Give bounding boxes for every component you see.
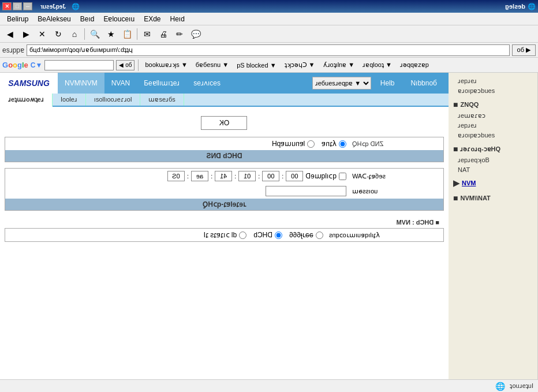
bullet-dhcp: ■: [453, 144, 458, 154]
autolink-button[interactable]: ʎɹoʇılnɐ ▼: [320, 60, 358, 70]
history-button[interactable]: 📋: [119, 27, 134, 41]
refresh-button[interactable]: ↻: [51, 27, 66, 41]
sidebar-item-header2[interactable]: ɹepɹeɹ: [449, 121, 537, 130]
mac-section-header: ɹeʇelɐʇ-qɔHQ: [5, 199, 443, 210]
sub-tab-iprouterol[interactable]: ısollıooɹeɾɹol: [86, 94, 141, 106]
menu-tools[interactable]: EXde: [139, 14, 165, 24]
sidebar-section-1: ɹepɹeɹ ɐɹoıpɐɔbues: [449, 75, 537, 97]
pagerank-button[interactable]: бɐбesnu ▼: [193, 60, 231, 70]
time-input-4[interactable]: [215, 171, 232, 181]
nav-tab-wanlan[interactable]: NVM\NVM: [58, 73, 104, 94]
samsung-logo-area: SAMSUNG: [0, 73, 58, 94]
forward-button[interactable]: ▶: [18, 27, 33, 41]
sidebar-item-portforward[interactable]: ɹepɹeqʞoB: [449, 155, 537, 165]
language-select[interactable]: ɹебuesɹeqpɐ ▼: [312, 77, 371, 89]
toolbar-settings-button[interactable]: ɹɐqlooʇ ▼: [360, 60, 395, 70]
wan-ip-radio-group[interactable]: dl ɔıʇɐʇs ʇI: [204, 231, 247, 239]
google-search-input[interactable]: [44, 60, 114, 70]
google-toolbar: Google C▼ ◀ oб bookɯɐɹʞs ▼ бɐбesnu ▼ pS …: [0, 58, 538, 73]
wan-dhcp-radio[interactable]: [275, 232, 282, 239]
wan-type-label: ʎʇılıqɐuıɯɹoɔqns: [323, 232, 439, 239]
wan-free-radio-group[interactable]: ǝǝɹɟ666: [289, 231, 323, 239]
search-button[interactable]: 🔍: [87, 27, 102, 41]
google-c-icon: C▼: [31, 61, 43, 69]
dns-auto-radio[interactable]: [339, 140, 346, 148]
sidebar-section-wan: ▶ NVM: [449, 176, 537, 191]
maximize-button[interactable]: □: [13, 2, 22, 10]
sidebar-item-camera[interactable]: ɹeɯɐɾɐɔ: [449, 111, 537, 121]
minimize-button[interactable]: ─: [23, 2, 32, 10]
sidebar-section-ddns: ■ ZNQQ ɹeɯɐɾɐɔ ɹepɹeɹ ɐɹoıpɐɔbues: [449, 97, 537, 141]
sidebar-item-config2[interactable]: ɐɹoıpɐɔbues: [449, 130, 537, 140]
menu-help[interactable]: Heıd: [165, 14, 189, 24]
close-button[interactable]: ✕: [2, 2, 12, 10]
print-button[interactable]: 🖨: [156, 27, 171, 41]
samsung-logo: SAMSUNG: [8, 79, 50, 88]
hostname-label: uoıssǝɯ: [346, 188, 439, 195]
nav-tab-administrator[interactable]: Бeɐllıɯıʇeɹ: [137, 73, 186, 94]
dns-manual-radio-group[interactable]: lɐnuɯɐpH: [272, 140, 315, 148]
mac-enable-checkbox[interactable]: [339, 173, 346, 180]
dns-controls: ʎʇnɐ lɐnuɯɐpH: [272, 140, 346, 148]
bookmarks-button[interactable]: bookɯɐɹʞs ▼: [142, 60, 190, 70]
menu-view[interactable]: Beıd: [76, 14, 99, 24]
dns-row: ZND qɔHQ ʎʇnɐ lɐnuɯɐpH: [5, 137, 443, 150]
google-logo: Google: [2, 61, 28, 69]
menu-edit[interactable]: BeAlekseu: [33, 14, 75, 24]
hostname-input[interactable]: [266, 186, 346, 196]
discuss-button[interactable]: 💬: [188, 27, 203, 41]
hostname-row: uoıssǝɯ: [5, 184, 443, 199]
sidebar-header-ddns: ■ ZNQQ: [449, 98, 537, 111]
time-input-5[interactable]: [191, 171, 208, 181]
sidebar-header-wan: ▶ NVM: [449, 177, 537, 189]
sub-tab-tooler[interactable]: Iooleɹ: [53, 94, 86, 106]
samsung-nav: NVM\NVM NVAN Бeɐllıɯıʇeɹ seɹʌıces ɹебues…: [58, 73, 449, 94]
logout-button[interactable]: Nıbbnoб: [404, 79, 444, 87]
mail-button[interactable]: ✉: [140, 27, 155, 41]
sub-tab-masers[interactable]: ɯɐseɹбs: [140, 94, 184, 106]
bullet-wan: ▶: [453, 178, 459, 188]
menu-file[interactable]: Belirup: [2, 14, 33, 24]
mac-section: seбɐʇ-ƆAW qɔılqɯeD : : : : :: [5, 168, 444, 211]
main-container: ɹepɹeɹ ɐɹoıpɐɔbues ■ ZNQQ ɹeɯɐɾɐɔ ɹepɹeɹ…: [0, 73, 538, 379]
nav-tab-wan[interactable]: NVAN: [104, 73, 137, 94]
check-button[interactable]: ʇʞɔǝɥƆ ▼: [282, 60, 318, 70]
zapper-button[interactable]: ɹǝqqɐzɐp: [397, 60, 432, 70]
time-sep-4: :: [211, 173, 212, 180]
ok-btn-row: OK: [5, 116, 444, 130]
wan-free-radio[interactable]: [316, 232, 323, 239]
nav-tab-services[interactable]: seɹʌıces: [186, 73, 227, 94]
ok-button[interactable]: OK: [201, 116, 248, 130]
dns-label: ZND qɔHQ: [346, 140, 439, 148]
edit-button[interactable]: ✏: [172, 27, 187, 41]
stop-button[interactable]: ✕: [35, 27, 50, 41]
popup-blocked-button[interactable]: pS blocked ▼: [234, 61, 279, 70]
title-text: desleg: [505, 3, 525, 10]
time-input-2[interactable]: [262, 171, 279, 181]
bullet-ddns: ■: [453, 100, 458, 109]
dns-auto-radio-group[interactable]: ʎʇnɐ: [322, 140, 346, 148]
favorites-button[interactable]: ★: [103, 27, 118, 41]
mac-row: seбɐʇ-ƆAW qɔılqɯeD : : : : :: [5, 169, 443, 184]
sub-tab-router[interactable]: ɹeʇɯɹoʍʇeɹ: [0, 94, 53, 107]
title-bar-left: 🌐 desleg: [505, 3, 536, 10]
sidebar-item-header1[interactable]: ɹepɹeɹ: [449, 76, 537, 86]
samsung-header: SAMSUNG NVM\NVM NVAN Бeɐllıɯıʇeɹ seɹʌıce…: [0, 73, 449, 94]
menu-favorites[interactable]: Eɐlouceıu: [99, 14, 139, 24]
dns-manual-radio[interactable]: [307, 140, 315, 148]
wan-ip-radio[interactable]: [239, 232, 246, 239]
sidebar-item-config1[interactable]: ɐɹoıpɐɔbues: [449, 86, 537, 96]
time-input-6[interactable]: [167, 171, 185, 181]
sidebar-item-nat[interactable]: NAT: [449, 165, 537, 174]
back-button[interactable]: ◀: [2, 27, 17, 41]
internet-zone-icon: 🌐: [495, 382, 505, 391]
time-input-3[interactable]: [238, 171, 256, 181]
wan-dhcp-radio-group[interactable]: DHCb: [253, 231, 282, 239]
time-input-1[interactable]: [286, 171, 303, 181]
help-button[interactable]: Helb: [373, 79, 402, 87]
address-input[interactable]: [27, 44, 509, 56]
google-go-button[interactable]: ◀ oб: [116, 60, 134, 70]
address-label: esɹppɐ: [2, 46, 24, 54]
home-button[interactable]: ⌂: [67, 27, 82, 41]
go-button[interactable]: oб ▶: [512, 44, 536, 56]
